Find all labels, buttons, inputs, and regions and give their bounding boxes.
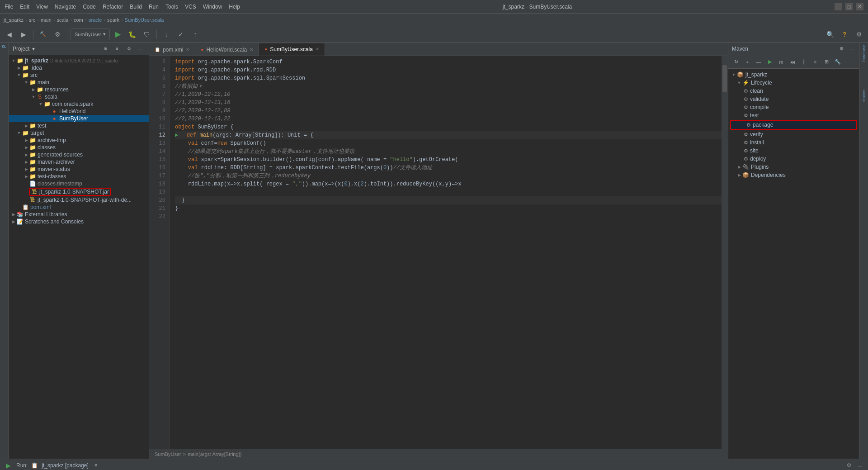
tree-item-idea[interactable]: ▶ 📁 .idea <box>9 64 149 71</box>
tab-pom-xml[interactable]: 📋 pom.xml ✕ <box>149 43 195 56</box>
maven-item-clean[interactable]: ⚙ clean <box>728 87 859 95</box>
breadcrumb-item-com[interactable]: com <box>74 17 83 23</box>
project-scope-button[interactable]: ⊕ <box>101 44 110 53</box>
menu-file[interactable]: File <box>5 4 13 10</box>
tree-item-src[interactable]: ▼ 📁 src <box>9 71 149 79</box>
maximize-button[interactable]: □ <box>845 3 853 10</box>
maven-item-validate[interactable]: ⚙ validate <box>728 95 859 103</box>
tree-item-jt-sparkz[interactable]: ▼ 📁 jt_sparkz D:\IntelliJ IDEA 2021.2.1\… <box>9 57 149 64</box>
coverage-button[interactable]: 🛡 <box>141 28 153 41</box>
git-push-button[interactable]: ↑ <box>189 28 202 41</box>
tab-sumbyuser-close[interactable]: ✕ <box>316 47 319 52</box>
back-button[interactable]: ◀ <box>3 28 15 41</box>
maven-skip-button[interactable]: ⏭ <box>788 57 797 67</box>
tree-item-maven-status[interactable]: ▶ 📁 maven-status <box>9 166 149 173</box>
tab-helloworld[interactable]: ● HelloWorld.scala ✕ <box>195 43 259 56</box>
tree-item-archive-tmp[interactable]: ▶ 📁 archive-tmp <box>9 137 149 144</box>
breadcrumb-item-src[interactable]: src <box>29 17 36 23</box>
tab-sumbyuser[interactable]: ● SumByUser.scala ✕ <box>259 43 325 56</box>
maven-item-deploy[interactable]: ⚙ deploy <box>728 155 859 163</box>
tree-item-resources[interactable]: ▶ 📁 resources <box>9 86 149 93</box>
code-text[interactable]: import org.apache.spark.SparkConf import… <box>170 56 728 449</box>
maven-expand-button[interactable]: ⊞ <box>821 57 831 67</box>
tree-item-classes-timestamp[interactable]: 📄 classes.timestamp <box>9 180 149 187</box>
maven-item-lifecycle[interactable]: ▼ ⚡ Lifecycle <box>728 79 859 87</box>
git-update-button[interactable]: ↓ <box>160 28 173 41</box>
forward-button[interactable]: ▶ <box>17 28 30 41</box>
menu-navigate[interactable]: Navigate <box>55 4 76 10</box>
project-collapse-button[interactable]: ≡ <box>113 44 122 53</box>
maven-item-test[interactable]: ⚙ test <box>728 111 859 119</box>
menu-view[interactable]: View <box>36 4 48 10</box>
search-everywhere-button[interactable]: 🔍 <box>824 28 836 41</box>
tree-item-jar-snapshot[interactable]: 🗜 jt_sparkz-1.0-SNAPSHOT.jar <box>9 187 149 196</box>
tree-item-classes[interactable]: ▶ 📁 classes <box>9 144 149 151</box>
menu-run[interactable]: Run <box>149 4 159 10</box>
minimize-button[interactable]: ─ <box>835 3 842 10</box>
tree-item-generated-sources[interactable]: ▶ 📁 generated-sources <box>9 151 149 158</box>
tree-item-jar-with-dependencies[interactable]: 🗜 jt_sparkz-1.0-SNAPSHOT-jar-with-de... <box>9 196 149 204</box>
tree-item-external-libraries[interactable]: ▶ 📚 External Libraries <box>9 211 149 218</box>
maven-parallel-button[interactable]: ∥ <box>799 57 809 67</box>
menu-vcs[interactable]: VCS <box>185 4 196 10</box>
maven-run-button[interactable]: ▶ <box>765 57 775 67</box>
breadcrumb-item-file[interactable]: SumByUser.scala <box>125 17 164 23</box>
project-minimize-button[interactable]: — <box>136 44 145 53</box>
menu-tools[interactable]: Tools <box>165 4 178 10</box>
bottom-run-play-button[interactable]: ▶ <box>4 461 13 470</box>
build-button[interactable]: 🔨 <box>37 28 49 41</box>
maven-item-plugins[interactable]: ▶ 🔌 Plugins <box>728 163 859 171</box>
maven-item-package[interactable]: ⚙ package <box>730 120 857 130</box>
code-editor[interactable]: 3 4 5 6 7 8 9 10 11 12 13 14 15 16 17 18… <box>149 56 728 449</box>
run-button[interactable]: ▶ <box>112 28 124 41</box>
tree-item-sumbyuser[interactable]: ● SumByUser <box>9 115 149 122</box>
tree-item-maven-archiver[interactable]: ▶ 📁 maven-archiver <box>9 158 149 166</box>
menu-window[interactable]: Window <box>203 4 222 10</box>
tree-item-target[interactable]: ▼ 📁 target <box>9 129 149 137</box>
editor-scrollbar[interactable] <box>722 56 728 449</box>
breadcrumb-item-main[interactable]: main <box>41 17 52 23</box>
help-button[interactable]: ? <box>838 28 851 41</box>
maven-debug-button[interactable]: m <box>776 57 786 67</box>
tree-item-com-oracle-spark[interactable]: ▼ 📁 com.oracle.spark <box>9 100 149 108</box>
tree-item-test-classes[interactable]: ▶ 📁 test-classes <box>9 173 149 180</box>
run-config-selector[interactable]: SumByUser ▾ <box>71 28 110 40</box>
menu-refactor[interactable]: Refactor <box>103 4 123 10</box>
run-tab-close-button[interactable]: ✕ <box>92 462 99 469</box>
editor-scroll-thumb[interactable] <box>722 65 727 92</box>
breadcrumb-item-project[interactable]: jt_sparkz <box>4 17 24 23</box>
run-settings-button[interactable]: ⚙ <box>844 461 854 470</box>
maven-item-site[interactable]: ⚙ site <box>728 147 859 155</box>
settings-button[interactable]: ⚙ <box>51 28 64 41</box>
breadcrumb-item-oracle[interactable]: oracle <box>88 17 102 23</box>
maven-remove-button[interactable]: — <box>754 57 764 67</box>
menu-help[interactable]: Help <box>229 4 240 10</box>
project-settings-button[interactable]: ⚙ <box>124 44 133 53</box>
run-minimize-button[interactable]: — <box>855 461 864 470</box>
maven-label-strip[interactable]: Maven <box>862 90 866 102</box>
git-commit-button[interactable]: ✓ <box>175 28 187 41</box>
menu-edit[interactable]: Edit <box>20 4 29 10</box>
maven-add-button[interactable]: + <box>742 57 752 67</box>
maven-minimize-button[interactable]: — <box>847 45 855 53</box>
close-button[interactable]: ✕ <box>856 3 863 10</box>
debug-button[interactable]: 🐛 <box>126 28 139 41</box>
tree-item-helloworld[interactable]: ● HelloWorld <box>9 108 149 115</box>
maven-item-verify[interactable]: ⚙ verify <box>728 130 859 138</box>
maven-item-jt-sparkz[interactable]: ▼ 📦 jt_sparkz <box>728 71 859 79</box>
settings-gear-button[interactable]: ⚙ <box>853 28 865 41</box>
database-label[interactable]: Database <box>862 45 866 62</box>
breadcrumb-item-scala[interactable]: scala <box>57 17 69 23</box>
tree-item-pom[interactable]: 📋 pom.xml <box>9 204 149 211</box>
breadcrumb-item-spark[interactable]: spark <box>107 17 119 23</box>
tab-helloworld-close[interactable]: ✕ <box>250 47 253 52</box>
maven-item-dependencies[interactable]: ▶ 📦 Dependencies <box>728 171 859 179</box>
left-project-icon[interactable]: P <box>2 45 7 48</box>
tree-item-scala[interactable]: ▼ S scala <box>9 93 149 100</box>
maven-settings-button[interactable]: ⚙ <box>837 45 845 53</box>
tree-item-main[interactable]: ▼ 📁 main <box>9 79 149 86</box>
tree-item-scratches[interactable]: ▶ 📝 Scratches and Consoles <box>9 218 149 225</box>
maven-item-compile[interactable]: ⚙ compile <box>728 103 859 111</box>
maven-refresh-button[interactable]: ↻ <box>731 57 741 67</box>
tree-item-test[interactable]: ▶ 📁 test <box>9 122 149 129</box>
